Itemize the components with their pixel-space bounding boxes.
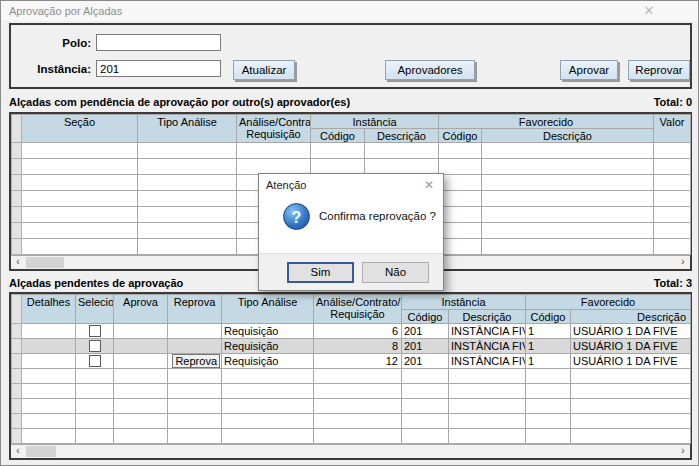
col-header-aprova: Aprova xyxy=(114,295,168,324)
row-selector-cell[interactable] xyxy=(12,339,22,354)
empty-cell xyxy=(654,159,691,175)
aprovar-button[interactable]: Aprovar xyxy=(560,60,618,80)
row-selector-cell[interactable] xyxy=(12,369,22,384)
col-header-analise-contrato: Análise/Contrato/Requisição xyxy=(237,115,311,143)
section-pending-mine-total: Total: 3 xyxy=(654,277,692,291)
pending-mine-hscrollbar[interactable]: ‹ › xyxy=(11,444,690,458)
row-selector-cell[interactable] xyxy=(12,384,22,399)
col-header-instancia-codigo: Código xyxy=(311,129,365,143)
dialog-footer: Sim Não xyxy=(259,253,443,290)
selecionar-cell xyxy=(76,354,114,369)
approval-window: Aprovação por Alçadas ✕ Polo: Instância:… xyxy=(0,0,699,466)
empty-cell xyxy=(402,369,449,384)
select-checkbox[interactable] xyxy=(89,355,101,367)
empty-cell xyxy=(314,414,402,429)
numero-cell: 8 xyxy=(314,339,402,354)
empty-row xyxy=(12,384,691,399)
empty-cell xyxy=(222,399,314,414)
empty-cell xyxy=(76,429,114,444)
aprovadores-button[interactable]: Aprovadores xyxy=(385,60,475,80)
selecionar-cell xyxy=(76,339,114,354)
col-header-reprova: Reprova xyxy=(168,295,222,324)
dialog-close-icon[interactable]: ✕ xyxy=(421,177,437,193)
reprovar-button[interactable]: Reprovar xyxy=(628,60,690,80)
empty-cell xyxy=(571,399,691,414)
empty-cell xyxy=(22,414,76,429)
empty-cell xyxy=(482,223,654,239)
empty-cell xyxy=(402,414,449,429)
scroll-left-icon[interactable]: ‹ xyxy=(11,256,25,269)
empty-cell xyxy=(439,175,482,191)
row-selector-cell[interactable] xyxy=(12,354,22,369)
window-close-icon[interactable]: ✕ xyxy=(640,2,658,20)
empty-cell xyxy=(138,207,237,223)
empty-cell xyxy=(314,369,402,384)
empty-cell xyxy=(222,414,314,429)
row-selector-cell[interactable] xyxy=(12,429,22,444)
empty-cell xyxy=(76,384,114,399)
instancia-input[interactable] xyxy=(96,60,221,77)
detalhes-cell xyxy=(22,324,76,339)
empty-cell xyxy=(138,223,237,239)
empty-cell xyxy=(138,159,237,175)
row-selector-cell[interactable] xyxy=(12,324,22,339)
atualizar-button[interactable]: Atualizar xyxy=(233,60,295,80)
empty-cell xyxy=(22,429,76,444)
scroll-right-icon[interactable]: › xyxy=(676,256,690,269)
row-selector-cell[interactable] xyxy=(12,239,22,255)
empty-cell xyxy=(654,223,691,239)
row-selector-cell[interactable] xyxy=(12,175,22,191)
empty-cell xyxy=(314,384,402,399)
instancia-descricao-cell: INSTÂNCIA FIVE xyxy=(449,324,526,339)
row-selector-cell[interactable] xyxy=(12,159,22,175)
empty-cell xyxy=(314,399,402,414)
empty-cell xyxy=(439,191,482,207)
empty-cell xyxy=(237,143,311,159)
scroll-right-icon[interactable]: › xyxy=(676,445,690,458)
favorecido-descricao-cell: USUÁRIO 1 DA FIVE xyxy=(571,354,691,369)
window-title: Aprovação por Alçadas xyxy=(1,5,122,17)
empty-cell xyxy=(402,399,449,414)
empty-cell xyxy=(449,384,526,399)
detalhes-cell xyxy=(22,339,76,354)
empty-cell xyxy=(482,191,654,207)
tipo-analise-cell: Requisição xyxy=(222,324,314,339)
col-header-instancia-descricao: Descrição xyxy=(449,310,526,324)
row-selector-cell[interactable] xyxy=(12,414,22,429)
nao-button[interactable]: Não xyxy=(362,262,429,283)
numero-cell: 6 xyxy=(314,324,402,339)
sim-button[interactable]: Sim xyxy=(287,262,354,283)
row-selector-cell[interactable] xyxy=(12,191,22,207)
col-header-analise-contrato: Análise/Contrato/Requisição xyxy=(314,295,402,324)
favorecido-codigo-cell: 1 xyxy=(526,324,571,339)
select-checkbox[interactable] xyxy=(89,340,101,352)
row-selector-cell[interactable] xyxy=(12,143,22,159)
empty-cell xyxy=(138,175,237,191)
empty-cell xyxy=(439,143,482,159)
empty-cell xyxy=(114,369,168,384)
empty-cell xyxy=(138,143,237,159)
empty-cell xyxy=(654,143,691,159)
empty-cell xyxy=(439,223,482,239)
row-selector-cell[interactable] xyxy=(12,207,22,223)
filter-panel: Polo: Instância: Atualizar Aprovadores A… xyxy=(9,23,692,89)
polo-input[interactable] xyxy=(96,34,221,51)
col-header-favorecido-descricao: Descrição xyxy=(571,310,691,324)
dialog-title: Atenção xyxy=(266,179,306,191)
row-selector-cell[interactable] xyxy=(12,399,22,414)
reprova-row-button[interactable]: Reprova xyxy=(172,354,220,368)
empty-row xyxy=(12,414,691,429)
scroll-thumb[interactable] xyxy=(26,257,64,268)
empty-cell xyxy=(76,399,114,414)
empty-cell xyxy=(526,369,571,384)
empty-cell xyxy=(222,384,314,399)
scroll-left-icon[interactable]: ‹ xyxy=(11,445,25,458)
confirmation-dialog: Atenção ✕ ? Confirma reprovação ? Sim Nã… xyxy=(258,173,444,291)
empty-row xyxy=(12,143,691,159)
scroll-thumb[interactable] xyxy=(26,446,56,457)
select-checkbox[interactable] xyxy=(89,325,101,337)
empty-cell xyxy=(654,239,691,255)
empty-cell xyxy=(22,143,138,159)
empty-cell xyxy=(449,369,526,384)
row-selector-cell[interactable] xyxy=(12,223,22,239)
